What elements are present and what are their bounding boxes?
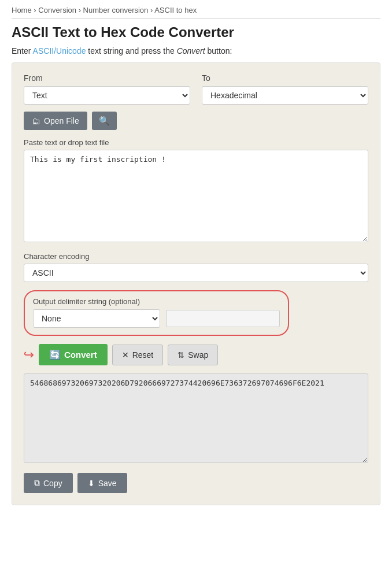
- swap-icon: ⇅: [177, 350, 184, 360]
- copy-button[interactable]: ⧉ Copy: [24, 473, 73, 493]
- search-button[interactable]: 🔍: [92, 112, 117, 130]
- converter-panel: From To Text Hexadecimal Octal Binary De…: [12, 62, 380, 505]
- action-row: ↩ 🔄 Convert ✕ Reset ⇅ Swap: [24, 344, 368, 365]
- save-button[interactable]: ⬇ Save: [77, 473, 127, 493]
- from-select[interactable]: Text Hexadecimal Octal Binary Decimal: [24, 86, 190, 105]
- breadcrumb-number-conversion: Number conversion: [83, 6, 149, 14]
- delimiter-custom-input[interactable]: [166, 310, 280, 327]
- reset-icon: ✕: [122, 350, 129, 360]
- intro-text: Enter ASCII/Unicode text string and pres…: [12, 46, 380, 55]
- encoding-label: Character encoding: [24, 252, 368, 261]
- from-label: From: [24, 73, 190, 83]
- to-select[interactable]: Hexadecimal Text Octal Binary Decimal: [202, 86, 368, 105]
- breadcrumb-ascii-to-hex: ASCII to hex: [154, 6, 197, 14]
- search-icon: 🔍: [99, 116, 110, 126]
- output-textarea[interactable]: 546868697320697320206D792066697273744206…: [24, 373, 368, 463]
- paste-label: Paste text or drop text file: [24, 138, 368, 147]
- arrow-indicator: ↩: [24, 349, 34, 361]
- reset-button[interactable]: ✕ Reset: [112, 345, 164, 365]
- breadcrumb-conversion: Conversion: [38, 6, 76, 14]
- delimiter-box: Output delimiter string (optional) None …: [24, 290, 289, 336]
- to-label: To: [202, 73, 368, 83]
- convert-icon: 🔄: [49, 349, 61, 360]
- breadcrumb-home: Home: [12, 6, 32, 14]
- page-title: ASCII Text to Hex Code Converter: [12, 24, 380, 40]
- delimiter-label: Output delimiter string (optional): [33, 297, 280, 306]
- swap-button[interactable]: ⇅ Swap: [168, 345, 218, 365]
- open-file-button[interactable]: 🗂 Open File: [24, 112, 87, 130]
- save-icon: ⬇: [88, 479, 95, 488]
- input-textarea[interactable]: This is my first inscription !: [24, 150, 368, 242]
- delimiter-section: Output delimiter string (optional) None …: [24, 290, 368, 336]
- file-icon: 🗂: [32, 116, 40, 126]
- ascii-unicode-link[interactable]: ASCII/Unicode: [33, 46, 86, 55]
- convert-button[interactable]: 🔄 Convert: [39, 344, 108, 365]
- encoding-select[interactable]: ASCII UTF-8 UTF-16 ISO-8859-1: [24, 264, 368, 282]
- delimiter-select[interactable]: None Space Comma Newline Custom: [33, 309, 160, 328]
- breadcrumb: Home › Conversion › Number conversion › …: [12, 6, 380, 18]
- copy-icon: ⧉: [34, 478, 40, 488]
- copy-save-row: ⧉ Copy ⬇ Save: [24, 473, 368, 493]
